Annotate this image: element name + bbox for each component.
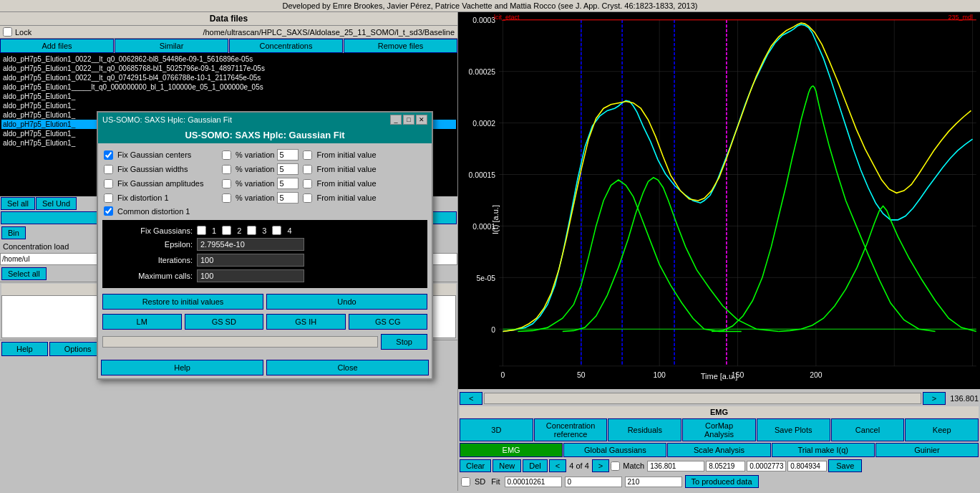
- prev-button[interactable]: <: [549, 459, 566, 472]
- undo-button[interactable]: Undo: [266, 294, 427, 310]
- tab-cancel-button[interactable]: Cancel: [831, 418, 905, 441]
- dialog-close-final-button[interactable]: Close: [266, 360, 429, 375]
- tab-emg-button[interactable]: EMG: [460, 443, 563, 457]
- gaussian-2-label: 2: [237, 226, 241, 235]
- center-input[interactable]: [565, 477, 622, 487]
- gaussian-4-label: 4: [287, 226, 291, 235]
- tab-guinier-button[interactable]: Guinier: [875, 443, 979, 457]
- del-button[interactable]: Del: [523, 459, 548, 472]
- progress-row: Stop: [102, 331, 427, 353]
- tab-trial-make-button[interactable]: Trial make I(q): [772, 443, 875, 457]
- value3-input[interactable]: [747, 461, 786, 472]
- list-item[interactable]: aldo_pH7p5_Elution1_0022__lt_q0_00685768…: [1, 64, 456, 73]
- remove-files-button[interactable]: Remove files: [344, 39, 457, 53]
- iterations-input[interactable]: [197, 254, 304, 267]
- dialog-maximize-button[interactable]: □: [403, 115, 414, 125]
- from-initial-distortion-label: From initial value: [316, 193, 376, 202]
- fix-amplitudes-checkbox[interactable]: [104, 179, 113, 188]
- pct-variation-centers-checkbox[interactable]: [222, 150, 231, 160]
- clear-button[interactable]: Clear: [460, 459, 491, 472]
- nav-slider[interactable]: [484, 393, 921, 404]
- similar-button[interactable]: Similar: [115, 39, 228, 53]
- list-item[interactable]: aldo_pH7p5_Elution1_0022__lt_q0_0742915-…: [1, 73, 456, 82]
- gaussian-2-checkbox[interactable]: [222, 226, 231, 235]
- gs-ih-button[interactable]: GS IH: [266, 314, 346, 330]
- emg-label: EMG: [460, 406, 979, 418]
- add-files-button[interactable]: Add files: [0, 39, 114, 53]
- list-item[interactable]: aldo_pH7p5_Elution1_____lt_q0_000000000_…: [1, 82, 456, 92]
- produced-button[interactable]: To produced data: [685, 475, 759, 488]
- from-initial-centers-checkbox[interactable]: [303, 150, 312, 160]
- tab-residuals-button[interactable]: Residuals: [608, 418, 681, 441]
- pct-amplitudes-input[interactable]: [277, 178, 299, 189]
- tab-cormap-button[interactable]: CorMap Analysis: [682, 418, 756, 441]
- list-item[interactable]: aldo_pH7p5_Elution1_: [1, 101, 456, 110]
- lock-checkbox[interactable]: [3, 27, 12, 37]
- fix-widths-checkbox[interactable]: [104, 165, 113, 174]
- svg-text:0: 0: [491, 325, 495, 333]
- gs-sd-button[interactable]: GS SD: [185, 314, 264, 330]
- tab-global-gaussians-button[interactable]: Global Gaussians: [563, 443, 666, 457]
- gaussian-3-checkbox[interactable]: [247, 226, 256, 235]
- value2-input[interactable]: [706, 461, 745, 472]
- sel-all-button[interactable]: Sel all: [1, 197, 35, 210]
- help-button[interactable]: Help: [1, 342, 48, 356]
- lm-button[interactable]: LM: [102, 314, 182, 330]
- max-calls-input[interactable]: [197, 269, 304, 282]
- match-checkbox[interactable]: [611, 461, 620, 471]
- dialog-help-button[interactable]: Help: [101, 360, 263, 375]
- gs-cg-button[interactable]: GS CG: [349, 314, 428, 330]
- x-axis-text: Time [a.u.]: [701, 372, 738, 380]
- pct-distortion-input[interactable]: [277, 192, 299, 204]
- pct-variation-centers-label: % variation: [236, 150, 274, 159]
- list-item[interactable]: aldo_pH7p5_Elution1_: [1, 92, 456, 101]
- gaussian-1-label: 1: [212, 226, 216, 235]
- nav-next-button[interactable]: >: [923, 392, 946, 405]
- nav-prev-button[interactable]: <: [460, 392, 482, 405]
- dialog-minimize-button[interactable]: _: [390, 115, 402, 125]
- bin-button[interactable]: Bin: [1, 226, 26, 239]
- value1-input[interactable]: [647, 461, 704, 472]
- pct-variation-widths-checkbox[interactable]: [222, 165, 231, 174]
- tab-scale-analysis-button[interactable]: Scale Analysis: [667, 443, 770, 457]
- list-item[interactable]: aldo_pH7p5_Elution1_0022__lt_q0_0062862-…: [1, 54, 456, 64]
- x-axis-label: Time [a.u.]: [458, 372, 980, 380]
- stop-button[interactable]: Stop: [381, 334, 427, 350]
- gaussian-4-checkbox[interactable]: [272, 226, 281, 235]
- select-all-button[interactable]: Select all: [1, 267, 47, 280]
- tab-keep-button[interactable]: Keep: [905, 418, 979, 441]
- from-initial-distortion-checkbox[interactable]: [303, 193, 312, 203]
- value4-input[interactable]: [787, 461, 827, 472]
- pct-variation-amplitudes-checkbox[interactable]: [222, 179, 231, 188]
- fix-gaussians-label: Fix Gaussians:: [107, 226, 193, 235]
- fix-distortion-checkbox[interactable]: [104, 193, 113, 203]
- tab-save-plots-button[interactable]: Save Plots: [757, 418, 830, 441]
- concentrations-button[interactable]: Concentrations: [229, 39, 343, 53]
- save-button[interactable]: Save: [828, 459, 862, 472]
- dialog-close-button[interactable]: ✕: [416, 115, 427, 125]
- from-initial-amplitudes-checkbox[interactable]: [303, 179, 312, 188]
- right-input[interactable]: [625, 477, 682, 487]
- new-button[interactable]: New: [493, 459, 521, 472]
- next-button[interactable]: >: [592, 459, 609, 472]
- gaussian-1-checkbox[interactable]: [197, 226, 206, 235]
- tab-concentration-ref-button[interactable]: Concentration reference: [534, 418, 608, 441]
- chart-area: I(t) [a.u.] 0.0003: [458, 12, 980, 389]
- lock-row: Lock /home/ultrascan/HPLC_SAXS/Aldolase_…: [0, 26, 457, 39]
- fit-label: Fit: [490, 477, 501, 486]
- pct-variation-distortion-checkbox[interactable]: [222, 193, 231, 203]
- sd-checkbox[interactable]: [461, 477, 470, 487]
- epsilon-input[interactable]: [197, 238, 304, 251]
- dialog-titlebar: US-SOMO: SAXS Hplc: Gaussian Fit _ □ ✕: [98, 113, 432, 127]
- common-distortion-checkbox[interactable]: [104, 206, 113, 216]
- pct-centers-input[interactable]: [277, 149, 299, 161]
- fix-widths-row: Fix Gaussian widths % variation From ini…: [102, 162, 427, 176]
- pct-widths-input[interactable]: [277, 163, 299, 175]
- fix-gaussians-row: Fix Gaussians: 1 2 3 4: [107, 224, 423, 236]
- fit-input[interactable]: [505, 477, 562, 487]
- fix-centers-checkbox[interactable]: [104, 150, 113, 160]
- tab-3d-button[interactable]: 3D: [460, 418, 533, 441]
- from-initial-widths-checkbox[interactable]: [303, 165, 312, 174]
- sel-undo-button[interactable]: Sel Und: [36, 197, 77, 210]
- restore-button[interactable]: Restore to initial values: [102, 294, 263, 310]
